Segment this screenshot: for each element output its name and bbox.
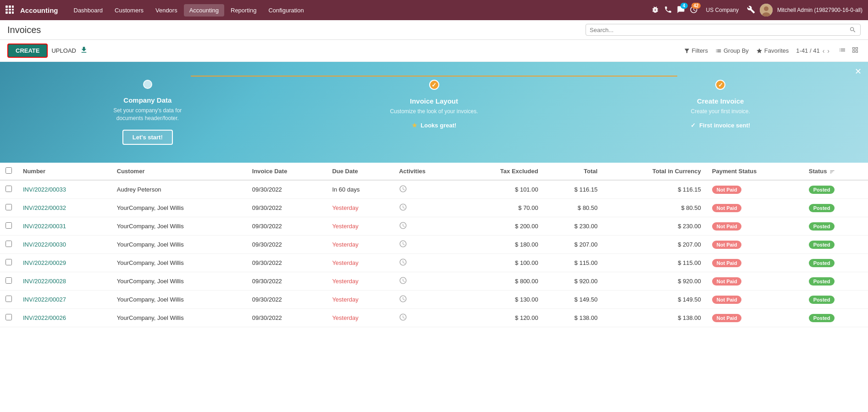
grid-menu-icon[interactable] bbox=[6, 5, 14, 15]
activity-clock-icon[interactable] bbox=[399, 203, 407, 211]
activity-clock-icon[interactable] bbox=[399, 313, 407, 321]
nav-reporting[interactable]: Reporting bbox=[225, 4, 262, 16]
activity-clock-icon[interactable] bbox=[399, 221, 407, 230]
row-invoice-date-2: 09/30/2022 bbox=[247, 217, 327, 236]
activity-clock-icon[interactable] bbox=[399, 258, 407, 266]
search-icon[interactable] bbox=[849, 26, 857, 33]
clock-icon-wrap[interactable]: 42 bbox=[690, 5, 698, 15]
chat-icon-wrap[interactable]: 4 bbox=[677, 5, 685, 15]
th-total[interactable]: Total bbox=[544, 163, 603, 180]
clock-badge: 42 bbox=[691, 3, 700, 9]
lets-start-button[interactable]: Let's start! bbox=[122, 130, 173, 145]
th-status[interactable]: Status bbox=[803, 163, 868, 180]
th-customer[interactable]: Customer bbox=[111, 163, 247, 180]
activity-clock-icon[interactable] bbox=[399, 295, 407, 303]
wrench-icon[interactable] bbox=[747, 5, 755, 15]
row-number-1[interactable]: INV/2022/00032 bbox=[17, 199, 111, 217]
row-number-5[interactable]: INV/2022/00028 bbox=[17, 272, 111, 291]
select-all-checkbox[interactable] bbox=[6, 167, 12, 174]
company-name[interactable]: US Company bbox=[706, 7, 739, 13]
activity-clock-icon[interactable] bbox=[399, 185, 407, 193]
nav-configuration[interactable]: Configuration bbox=[263, 4, 309, 16]
row-due-date-1: Yesterday bbox=[326, 199, 393, 217]
activity-clock-icon[interactable] bbox=[399, 240, 407, 248]
row-invoice-date-7: 09/30/2022 bbox=[247, 309, 327, 327]
pagination-prev[interactable]: ‹ bbox=[823, 47, 825, 55]
row-customer-1: YourCompany, Joel Willis bbox=[111, 199, 247, 217]
th-tax-excluded[interactable]: Tax Excluded bbox=[459, 163, 543, 180]
row-number-4[interactable]: INV/2022/00029 bbox=[17, 254, 111, 272]
table-row: INV/2022/00029 YourCompany, Joel Willis … bbox=[0, 254, 868, 272]
th-activities[interactable]: Activities bbox=[393, 163, 459, 180]
th-invoice-date[interactable]: Invoice Date bbox=[247, 163, 327, 180]
search-input[interactable] bbox=[590, 27, 849, 33]
upload-button[interactable]: UPLOAD bbox=[51, 47, 76, 54]
row-checkbox-6[interactable] bbox=[6, 296, 12, 302]
row-activity-7[interactable] bbox=[393, 309, 459, 327]
favorites-button[interactable]: Favorites bbox=[756, 47, 789, 54]
row-activity-5[interactable] bbox=[393, 272, 459, 291]
groupby-button[interactable]: Group By bbox=[715, 47, 749, 54]
row-activity-0[interactable] bbox=[393, 180, 459, 199]
nav-accounting[interactable]: Accounting bbox=[184, 4, 224, 16]
row-checkbox-5[interactable] bbox=[6, 277, 12, 284]
payment-status-badge-4: Not Paid bbox=[712, 259, 742, 267]
row-total-currency-0: $ 116.15 bbox=[603, 180, 707, 199]
create-button[interactable]: CREATE bbox=[7, 44, 48, 58]
nav-customers[interactable]: Customers bbox=[109, 4, 149, 16]
table-body: INV/2022/00033 Audrey Peterson 09/30/202… bbox=[0, 180, 868, 327]
phone-icon-wrap[interactable] bbox=[664, 5, 672, 15]
th-payment-status[interactable]: Payment Status bbox=[707, 163, 803, 180]
row-total-3: $ 207.00 bbox=[544, 236, 603, 254]
activity-clock-icon[interactable] bbox=[399, 276, 407, 285]
nav-dashboard[interactable]: Dashboard bbox=[68, 4, 109, 16]
status-badge-4: Posted bbox=[809, 259, 835, 267]
row-activity-2[interactable] bbox=[393, 217, 459, 236]
row-number-3[interactable]: INV/2022/00030 bbox=[17, 236, 111, 254]
top-nav-icons: 4 42 US Company Mitchell Admin (19827900… bbox=[651, 4, 862, 16]
row-customer-7: YourCompany, Joel Willis bbox=[111, 309, 247, 327]
filter-button[interactable]: Filters bbox=[684, 47, 708, 54]
row-number-0[interactable]: INV/2022/00033 bbox=[17, 180, 111, 199]
row-checkbox-2[interactable] bbox=[6, 222, 12, 229]
row-checkbox-0[interactable] bbox=[6, 186, 12, 192]
pagination-next[interactable]: › bbox=[827, 47, 829, 55]
row-number-7[interactable]: INV/2022/00026 bbox=[17, 309, 111, 327]
th-due-date[interactable]: Due Date bbox=[326, 163, 393, 180]
row-customer-3: YourCompany, Joel Willis bbox=[111, 236, 247, 254]
search-bar[interactable] bbox=[586, 24, 861, 36]
row-checkbox-7[interactable] bbox=[6, 314, 12, 320]
row-due-date-7: Yesterday bbox=[326, 309, 393, 327]
row-status-3: Posted bbox=[803, 236, 868, 254]
kanban-view-icon[interactable] bbox=[850, 45, 861, 56]
row-number-2[interactable]: INV/2022/00031 bbox=[17, 217, 111, 236]
nav-vendors[interactable]: Vendors bbox=[150, 4, 183, 16]
th-total-currency[interactable]: Total in Currency bbox=[603, 163, 707, 180]
row-total-4: $ 115.00 bbox=[544, 254, 603, 272]
row-total-7: $ 138.00 bbox=[544, 309, 603, 327]
onboarding-steps: Company Data Set your company's data for… bbox=[0, 80, 868, 145]
th-number[interactable]: Number bbox=[17, 163, 111, 180]
view-icons bbox=[837, 45, 861, 56]
row-activity-6[interactable] bbox=[393, 291, 459, 309]
row-number-6[interactable]: INV/2022/00027 bbox=[17, 291, 111, 309]
row-tax-6: $ 130.00 bbox=[459, 291, 543, 309]
app-brand[interactable]: Accounting bbox=[20, 6, 58, 14]
bug-icon-wrap[interactable] bbox=[651, 5, 659, 15]
row-total-6: $ 149.50 bbox=[544, 291, 603, 309]
download-button[interactable] bbox=[80, 46, 88, 56]
payment-status-badge-5: Not Paid bbox=[712, 277, 742, 286]
row-checkbox-1[interactable] bbox=[6, 204, 12, 210]
status-badge-0: Posted bbox=[809, 186, 835, 194]
row-activity-3[interactable] bbox=[393, 236, 459, 254]
onboarding-close-button[interactable]: ✕ bbox=[855, 66, 862, 77]
user-avatar[interactable] bbox=[760, 4, 773, 16]
row-status-1: Posted bbox=[803, 199, 868, 217]
row-checkbox-3[interactable] bbox=[6, 241, 12, 247]
row-activity-1[interactable] bbox=[393, 199, 459, 217]
row-checkbox-4[interactable] bbox=[6, 259, 12, 265]
row-activity-4[interactable] bbox=[393, 254, 459, 272]
list-view-icon[interactable] bbox=[837, 45, 848, 56]
row-due-date-2: Yesterday bbox=[326, 217, 393, 236]
chat-badge: 4 bbox=[680, 3, 688, 9]
